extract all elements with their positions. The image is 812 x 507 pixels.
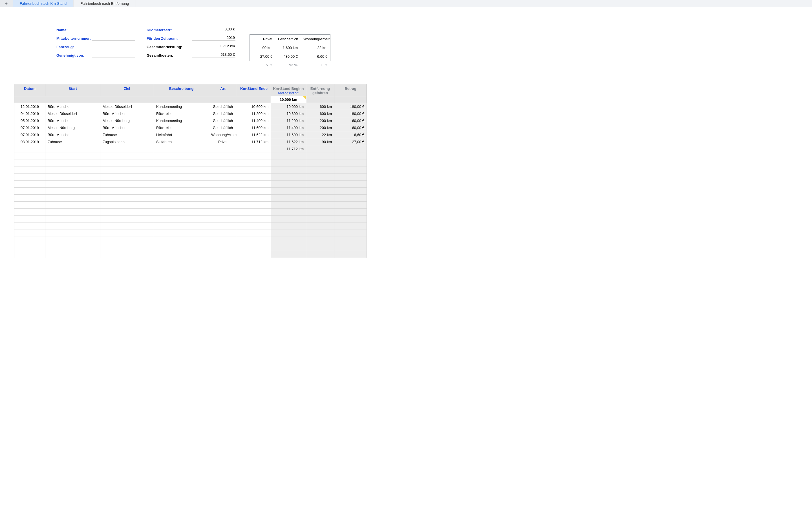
cell-start[interactable]: Messe Düsseldorf <box>45 110 100 117</box>
cell-start[interactable]: Büro München <box>45 117 100 124</box>
cell-datum[interactable] <box>14 173 45 180</box>
cell-km-ende[interactable] <box>237 194 271 202</box>
cell-art[interactable] <box>209 202 237 209</box>
cell-km-ende[interactable] <box>237 216 271 223</box>
cell-beschr[interactable]: Rückreise <box>154 124 209 131</box>
cell-datum[interactable]: 07.01.2019 <box>14 131 45 138</box>
value-name[interactable] <box>92 27 135 32</box>
cell-datum[interactable]: 12.01.2019 <box>14 103 45 110</box>
cell-km-ende[interactable] <box>237 180 271 187</box>
cell-beschr[interactable] <box>154 173 209 180</box>
cell-beschr[interactable] <box>154 159 209 166</box>
cell-ziel[interactable] <box>100 202 154 209</box>
col-betrag[interactable]: Betrag <box>335 84 367 96</box>
cell-start[interactable]: Zuhause <box>45 138 100 145</box>
cell-start[interactable] <box>45 202 100 209</box>
col-ende[interactable]: Km-Stand Ende <box>237 84 271 96</box>
cell-ziel[interactable] <box>100 223 154 230</box>
cell-km-ende[interactable]: 11.600 km <box>237 124 271 131</box>
cell-ziel[interactable] <box>100 251 154 258</box>
cell-ziel[interactable] <box>100 194 154 202</box>
cell-km-ende[interactable]: 11.200 km <box>237 110 271 117</box>
cell-beschr[interactable] <box>154 223 209 230</box>
cell-start[interactable] <box>45 223 100 230</box>
cell-art[interactable] <box>209 159 237 166</box>
cell-datum[interactable] <box>14 202 45 209</box>
cell-start[interactable] <box>45 159 100 166</box>
cell-ziel[interactable] <box>100 152 154 159</box>
col-start[interactable]: Start <box>45 84 100 96</box>
cell-datum[interactable] <box>14 152 45 159</box>
cell-km-ende[interactable] <box>237 237 271 244</box>
cell-start[interactable] <box>45 180 100 187</box>
cell-beschr[interactable] <box>154 251 209 258</box>
cell-start[interactable] <box>45 187 100 194</box>
cell-start[interactable] <box>45 251 100 258</box>
add-sheet-button[interactable]: ＋ <box>0 0 13 7</box>
cell-km-ende[interactable]: 10.600 km <box>237 103 271 110</box>
cell-art[interactable]: Geschäftlich <box>209 103 237 110</box>
cell-ziel[interactable] <box>100 145 154 152</box>
cell-art[interactable] <box>209 180 237 187</box>
cell-ziel[interactable] <box>100 159 154 166</box>
cell-start[interactable] <box>45 209 100 216</box>
cell-km-ende[interactable]: 11.622 km <box>237 131 271 138</box>
cell-ziel[interactable]: Zugspitzbahn <box>100 138 154 145</box>
cell-beschr[interactable] <box>154 237 209 244</box>
cell-datum[interactable] <box>14 209 45 216</box>
cell-datum[interactable] <box>14 230 45 237</box>
cell-beschr[interactable] <box>154 209 209 216</box>
cell-km-ende[interactable] <box>237 202 271 209</box>
cell-start[interactable] <box>45 194 100 202</box>
cell-beschr[interactable] <box>154 145 209 152</box>
cell-km-ende[interactable] <box>237 251 271 258</box>
cell-datum[interactable]: 08.01.2019 <box>14 138 45 145</box>
col-beschr[interactable]: Beschreibung <box>154 84 209 96</box>
sheet-tab[interactable]: Fahrtenbuch nach Entfernung <box>73 0 136 7</box>
cell-km-ende[interactable] <box>237 159 271 166</box>
cell-beschr[interactable]: Heimfahrt <box>154 131 209 138</box>
cell-datum[interactable] <box>14 244 45 251</box>
cell-beschr[interactable] <box>154 194 209 202</box>
start-km-value[interactable]: 10.000 km <box>271 96 306 103</box>
cell-ziel[interactable]: Messe Düsseldorf <box>100 103 154 110</box>
cell-ziel[interactable] <box>100 244 154 251</box>
cell-start[interactable] <box>45 244 100 251</box>
cell-ziel[interactable]: Büro München <box>100 124 154 131</box>
cell-beschr[interactable] <box>154 244 209 251</box>
cell-datum[interactable] <box>14 159 45 166</box>
cell-km-ende[interactable] <box>237 223 271 230</box>
cell-km-ende[interactable] <box>237 173 271 180</box>
col-entf[interactable]: Entfernung gefahren <box>306 84 335 96</box>
cell-km-ende[interactable] <box>237 145 271 152</box>
cell-start[interactable] <box>45 173 100 180</box>
cell-datum[interactable]: 05.01.2019 <box>14 117 45 124</box>
cell-art[interactable]: Geschäftlich <box>209 117 237 124</box>
cell-beschr[interactable] <box>154 152 209 159</box>
cell-art[interactable] <box>209 216 237 223</box>
cell-beschr[interactable] <box>154 216 209 223</box>
cell-datum[interactable] <box>14 187 45 194</box>
cell-beschr[interactable] <box>154 202 209 209</box>
cell-art[interactable] <box>209 230 237 237</box>
cell-art[interactable] <box>209 209 237 216</box>
cell-beschr[interactable] <box>154 166 209 173</box>
cell-start[interactable]: Büro München <box>45 103 100 110</box>
cell-ziel[interactable]: Büro München <box>100 110 154 117</box>
cell-km-ende[interactable] <box>237 244 271 251</box>
value-period[interactable]: 2019 <box>192 36 236 41</box>
cell-beschr[interactable]: Rückreise <box>154 110 209 117</box>
cell-start[interactable] <box>45 230 100 237</box>
cell-ziel[interactable] <box>100 173 154 180</box>
cell-art[interactable]: Wohnung/Arbeit <box>209 131 237 138</box>
cell-datum[interactable] <box>14 237 45 244</box>
cell-ziel[interactable] <box>100 230 154 237</box>
cell-ziel[interactable]: Zuhause <box>100 131 154 138</box>
cell-beschr[interactable]: Kundenmeeting <box>154 117 209 124</box>
cell-km-ende[interactable] <box>237 152 271 159</box>
cell-ziel[interactable] <box>100 237 154 244</box>
cell-datum[interactable]: 04.01.2019 <box>14 110 45 117</box>
cell-km-ende[interactable] <box>237 209 271 216</box>
cell-datum[interactable] <box>14 166 45 173</box>
cell-art[interactable] <box>209 237 237 244</box>
